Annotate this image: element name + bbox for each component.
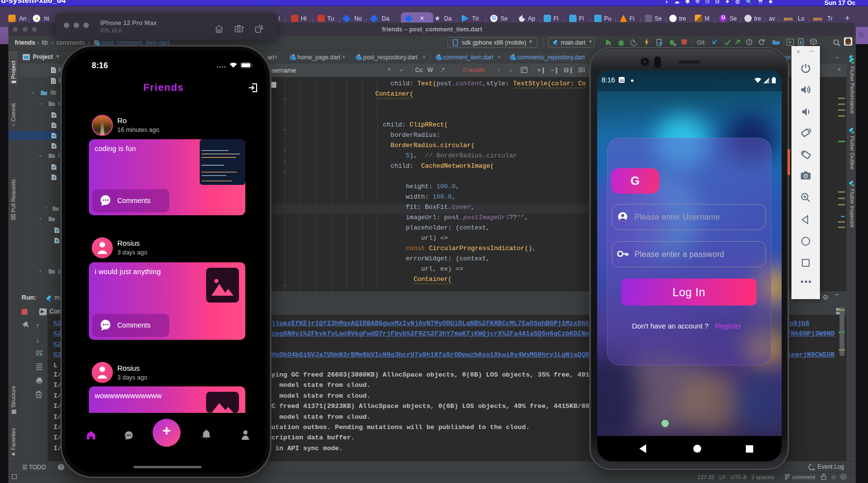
svg-text:31: 31: [620, 78, 624, 83]
svg-text:2: 2: [609, 43, 611, 46]
